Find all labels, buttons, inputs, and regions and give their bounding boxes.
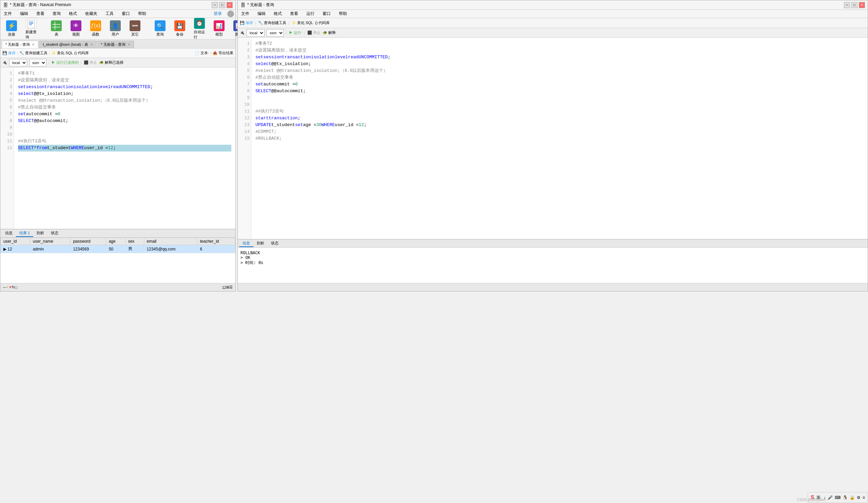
connection-select-left[interactable]: local	[9, 59, 27, 66]
right-code-editor[interactable]: 12345 678910 1112131415 #事务T2 #设置隔离级别，读未…	[238, 38, 868, 239]
table-row[interactable]: ▶ 12 admin 1234569 50 男 12345@qq.com 6	[1, 245, 235, 253]
tab-close-2[interactable]: ✕	[90, 43, 93, 46]
menu-run-right[interactable]: 运行	[304, 10, 317, 17]
left-status-list-icon[interactable]: ☰	[229, 285, 233, 290]
run-btn-right[interactable]: ▶ 运行·	[289, 30, 302, 35]
bottom-tab-status-right[interactable]: 状态	[268, 240, 282, 247]
code-line-4: select @@tx_isolation;	[18, 91, 231, 97]
text-btn-left[interactable]: 📄 文本·	[195, 51, 209, 55]
conn-indicator-right: 🔌	[240, 31, 245, 35]
run-selected-btn-left[interactable]: ▶ 运行已选择的	[52, 60, 79, 65]
toolbar-connect-btn[interactable]: ⚡ 连接	[3, 19, 20, 38]
menu-tools-left[interactable]: 工具	[103, 10, 116, 17]
explain-btn-left[interactable]: 🐢 解释已选择	[99, 60, 123, 65]
ime-penguin-icon[interactable]: 🐧	[843, 495, 848, 500]
save-btn-right[interactable]: 💾 保存	[240, 20, 253, 25]
menu-file-left[interactable]: 文件	[2, 10, 14, 17]
toolbar-query-btn[interactable]: 🔍 查询	[152, 19, 168, 38]
toolbar-model-btn[interactable]: 📊 模型	[211, 19, 228, 38]
code-btn-left[interactable]: () 代码库	[74, 51, 89, 55]
menu-window-left[interactable]: 窗口	[120, 10, 132, 17]
tab-query1-left[interactable]: * 无标题 - 查询 ✕	[2, 41, 38, 48]
toolbar-table-btn[interactable]: 表	[48, 19, 65, 38]
tab-query2-left[interactable]: * 无标题 - 查询 ✕	[97, 41, 134, 48]
login-btn[interactable]: 登录	[214, 11, 222, 17]
toolbar-func-btn[interactable]: ƒ(x) 函数	[87, 19, 104, 38]
menu-edit-right[interactable]: 编辑	[256, 10, 268, 17]
col-header-email[interactable]: email	[144, 238, 197, 245]
code-btn-right[interactable]: () 代码库	[315, 20, 330, 25]
col-header-username[interactable]: user_name	[30, 238, 70, 245]
export-btn-left[interactable]: 📤 导出结果	[213, 51, 234, 55]
beautify-btn-left[interactable]: ✨ 美化 SQL	[51, 51, 73, 55]
code-line-6: #禁止自动提交事务	[18, 104, 231, 111]
bottom-tab-profile-left[interactable]: 剖析	[33, 230, 48, 237]
explain-btn-right[interactable]: 🐢 解释	[323, 30, 336, 35]
left-status-grid-icon[interactable]: ⊞	[226, 285, 229, 290]
left-status-refresh[interactable]: ↻	[12, 285, 15, 290]
menu-help-left[interactable]: 帮助	[136, 10, 148, 17]
build-tool-btn-left[interactable]: 🔧 查询创建工具	[19, 51, 48, 55]
left-window: 🗄 * 无标题 - 查询 - Navicat Premium ─ □ ✕ 文件 …	[0, 0, 236, 292]
bottom-tab-result1-left[interactable]: 结果 1	[16, 230, 33, 237]
minimize-btn-left[interactable]: ─	[211, 2, 218, 8]
ime-settings-icon[interactable]: ⚙	[857, 495, 860, 500]
col-header-teacherid[interactable]: teacher_id	[197, 238, 235, 245]
ime-mic-icon[interactable]: 🎤	[828, 495, 833, 500]
ime-keyboard-icon[interactable]: ⌨	[835, 495, 840, 500]
col-header-userid[interactable]: user_id	[1, 238, 30, 245]
tab-close-3[interactable]: ✕	[127, 43, 130, 46]
close-btn-right[interactable]: ✕	[859, 2, 865, 8]
cell-age: 50	[106, 245, 125, 253]
bottom-tab-status-left[interactable]: 状态	[48, 230, 62, 237]
col-header-age[interactable]: age	[106, 238, 125, 245]
menu-file-right[interactable]: 文件	[239, 10, 251, 17]
right-bottom-panel: 信息 剖析 状态 ROLLBACK > OK > 时间: 0s	[238, 239, 868, 283]
menu-window-right[interactable]: 窗口	[321, 10, 333, 17]
toolbar-user-btn[interactable]: 👤 用户	[107, 19, 124, 38]
database-select-left[interactable]: ssm	[29, 59, 46, 66]
toolbar-view-btn[interactable]: 👁 视图	[68, 19, 84, 38]
right-toolbar: 💾 保存 | 🔧 查询创建工具 | ✨ 美化 SQL () 代码库	[238, 18, 868, 28]
ime-menu-icon[interactable]: ≡	[862, 495, 865, 500]
info-line-3: > 时间: 0s	[240, 260, 865, 266]
maximize-btn-right[interactable]: □	[851, 2, 857, 8]
build-tool-btn-right[interactable]: 🔧 查询创建工具	[258, 20, 286, 25]
menu-format-right[interactable]: 格式	[272, 10, 284, 17]
left-code-editor[interactable]: 12345 678910 1112 #事务T1 #设置隔离级别，读未提交 set…	[0, 67, 235, 229]
other-icon: •••	[130, 20, 141, 31]
left-code-content[interactable]: #事务T1 #设置隔离级别，读未提交 set session transacti…	[14, 67, 235, 229]
bottom-tab-info-left[interactable]: 信息	[2, 230, 16, 237]
minimize-btn-right[interactable]: ─	[844, 2, 850, 8]
connection-select-right[interactable]: local	[247, 29, 265, 36]
stop-btn-right[interactable]: ⬛ 停止	[307, 30, 321, 35]
toolbar-newquery-btn[interactable]: 新建查询	[23, 17, 40, 41]
menu-help-right[interactable]: 帮助	[337, 10, 349, 17]
database-select-right[interactable]: ssm	[267, 29, 284, 36]
menu-query-left[interactable]: 查询	[51, 10, 63, 17]
bottom-tab-info-right[interactable]: 信息	[239, 240, 254, 247]
col-header-sex[interactable]: sex	[125, 238, 144, 245]
toolbar-autorun-btn[interactable]: ⏰ 自动运行	[191, 17, 208, 41]
tab-table-left[interactable]: t_student @ssm (local) - 表 ✕	[39, 41, 96, 48]
left-line-numbers: 12345 678910 1112	[0, 67, 14, 229]
toolbar-other-btn[interactable]: ••• 其它	[126, 19, 144, 38]
menu-format-left[interactable]: 格式	[67, 10, 79, 17]
close-btn-left[interactable]: ✕	[227, 2, 233, 8]
stop-btn-left[interactable]: ⬛ 停止	[84, 60, 97, 65]
r-code-line-14: #COMMIT;	[256, 128, 864, 135]
table-label: 表	[55, 32, 58, 37]
toolbar-backup-btn[interactable]: 💾 备份	[171, 19, 188, 38]
left-status-minus[interactable]: ─	[3, 285, 6, 290]
bottom-tab-profile-right[interactable]: 剖析	[254, 240, 268, 247]
tab-close-1[interactable]: ✕	[32, 43, 34, 46]
left-result-area[interactable]: user_id user_name password age sex email…	[0, 238, 235, 283]
maximize-btn-left[interactable]: □	[219, 2, 225, 8]
menu-view-right[interactable]: 查看	[288, 10, 300, 17]
beautify-btn-right[interactable]: ✨ 美化 SQL	[291, 20, 313, 25]
menu-favorites-left[interactable]: 收藏夹	[83, 10, 100, 17]
col-header-password[interactable]: password	[70, 238, 106, 245]
right-code-content[interactable]: #事务T2 #设置隔离级别，读未提交 set session transacti…	[251, 38, 868, 239]
save-btn-left[interactable]: 💾 保存	[2, 51, 16, 55]
ime-lock-icon[interactable]: 🔒	[850, 495, 855, 500]
